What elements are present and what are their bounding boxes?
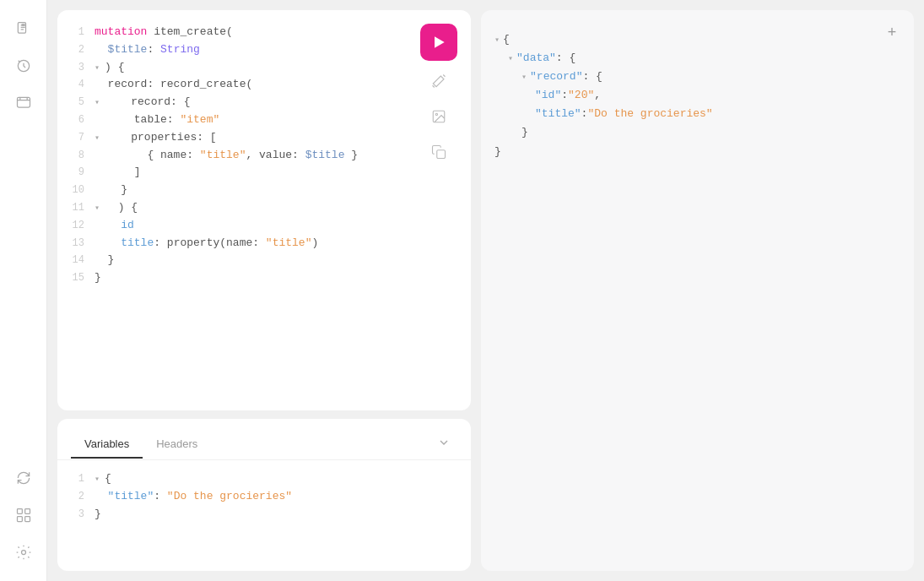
code-line-9: 9 ]	[71, 164, 457, 182]
main-area: 1 mutation item_create( 2 $title: String…	[47, 0, 924, 581]
code-line-1: 1 mutation item_create(	[71, 24, 457, 41]
left-panel: 1 mutation item_create( 2 $title: String…	[57, 10, 471, 571]
resp-line-4: "id" : "20" ,	[494, 86, 900, 105]
svg-marker-9	[435, 36, 445, 47]
code-line-7: 7 ▾ properties: [	[71, 129, 457, 147]
code-line-10: 10 }	[71, 182, 457, 199]
resp-line-7: }	[494, 143, 900, 161]
image-icon[interactable]	[424, 101, 454, 132]
editor-toolbar	[420, 24, 457, 167]
svg-rect-6	[17, 517, 22, 522]
sidebar	[0, 0, 47, 581]
svg-point-11	[435, 113, 437, 115]
resp-line-3: ▾ "record" : {	[494, 68, 900, 86]
var-line-1: 1 ▾ {	[71, 470, 457, 488]
refresh-icon[interactable]	[8, 463, 39, 493]
code-editor: 1 mutation item_create( 2 $title: String…	[71, 24, 457, 287]
resp-line-2: ▾ "data" : {	[494, 49, 900, 68]
variables-card: Variables Headers 1 ▾ { 2	[57, 419, 471, 571]
settings-icon[interactable]	[8, 537, 39, 567]
resp-line-6: }	[494, 123, 900, 142]
sidebar-bottom	[8, 463, 39, 567]
collapse-icon[interactable]	[430, 429, 457, 459]
variables-header: Variables Headers	[57, 419, 471, 460]
code-line-2: 2 $title: String	[71, 41, 457, 59]
document-icon[interactable]	[8, 14, 39, 44]
code-line-15: 15 }	[71, 269, 457, 287]
svg-point-8	[21, 551, 25, 555]
code-line-3: 3 ▾ ) {	[71, 59, 457, 77]
sidebar-top	[8, 14, 39, 118]
run-button[interactable]	[420, 24, 457, 61]
tab-headers[interactable]: Headers	[143, 431, 211, 459]
code-line-8: 8 { name: "title", value: $title }	[71, 147, 457, 165]
copy-icon[interactable]	[424, 137, 454, 167]
code-line-4: 4 record: record_create(	[71, 76, 457, 94]
code-line-5: 5 ▾ record: {	[71, 94, 457, 111]
svg-rect-12	[437, 150, 446, 159]
resp-line-5: "title" : "Do the grocieries"	[494, 105, 900, 123]
bookmarks-icon[interactable]	[8, 88, 39, 118]
code-line-14: 14 }	[71, 252, 457, 269]
svg-rect-5	[24, 509, 30, 514]
magic-wand-icon[interactable]	[424, 66, 454, 96]
var-line-3: 3 }	[71, 506, 457, 524]
svg-rect-1	[21, 24, 24, 26]
tab-variables[interactable]: Variables	[71, 431, 143, 459]
add-button[interactable]: +	[880, 20, 904, 44]
code-line-6: 6 table: "item"	[71, 111, 457, 129]
resp-line-1: ▾ {	[494, 30, 900, 49]
code-line-13: 13 title: property(name: "title")	[71, 235, 457, 252]
history-icon[interactable]	[8, 51, 39, 81]
variables-body: 1 ▾ { 2 "title": "Do the grocieries" 3 }	[57, 460, 471, 533]
code-line-11: 11 ▾ ) {	[71, 199, 457, 217]
svg-rect-4	[17, 509, 22, 514]
grid-icon[interactable]	[8, 500, 39, 530]
svg-rect-3	[17, 97, 30, 107]
content-area: 1 mutation item_create( 2 $title: String…	[57, 10, 914, 571]
editor-card: 1 mutation item_create( 2 $title: String…	[57, 10, 471, 410]
response-panel: + ▾ { ▾ "data" : { ▾ "record" : {	[481, 10, 914, 571]
svg-rect-7	[24, 517, 30, 522]
var-line-2: 2 "title": "Do the grocieries"	[71, 488, 457, 506]
code-line-12: 12 id	[71, 217, 457, 235]
response-code: ▾ { ▾ "data" : { ▾ "record" : { "id"	[494, 30, 900, 161]
